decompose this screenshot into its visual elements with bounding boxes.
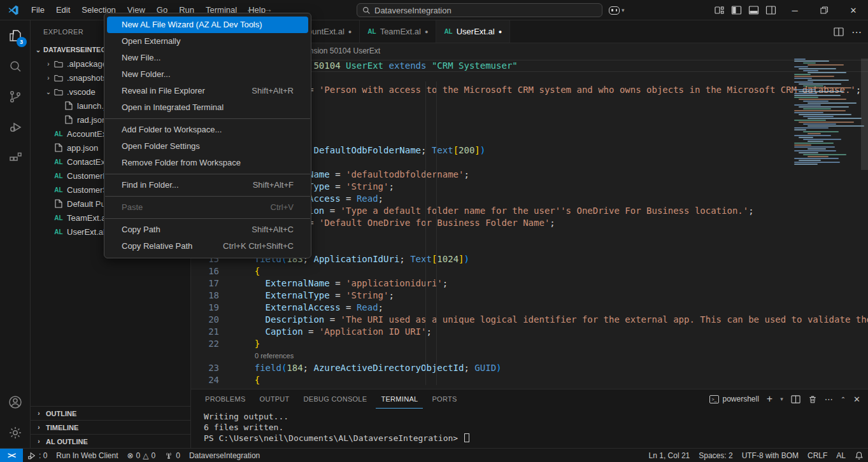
workspace-status[interactable]: DataverseIntegration — [185, 449, 264, 462]
menu-item-edit[interactable]: Edit — [50, 3, 76, 17]
editor-more-actions-icon[interactable]: ⋯ — [851, 26, 862, 38]
context-menu-item-new-folder[interactable]: New Folder... — [104, 66, 311, 83]
customize-layout-icon[interactable] — [715, 5, 725, 15]
panel-tab-terminal[interactable]: TERMINAL — [376, 389, 423, 409]
copilot-icon — [609, 6, 620, 15]
context-menu-item-new-file[interactable]: New File... — [104, 50, 311, 66]
terminal-shell-label[interactable]: >_ powershell — [709, 395, 758, 403]
context-menu-item-copy-relative-path[interactable]: Copy Relative PathCtrl+K Ctrl+Shift+C — [104, 238, 311, 255]
code-line[interactable]: 19 ExternalAccess = Read; — [191, 302, 868, 314]
account-icon[interactable] — [0, 387, 31, 417]
code-line[interactable]: 21 Caption = 'Application ID URI'; — [191, 326, 868, 338]
encoding-status[interactable]: UTF-8 with BOM — [737, 449, 803, 462]
modified-dot-icon[interactable]: ● — [425, 29, 428, 35]
file-icon — [64, 101, 74, 110]
remote-icon: >< — [8, 451, 15, 460]
modified-dot-icon[interactable]: ● — [348, 29, 352, 35]
folder-icon — [53, 88, 64, 96]
search-icon — [362, 6, 371, 15]
settings-gear-icon[interactable] — [0, 417, 31, 448]
toggle-panel-icon[interactable] — [748, 5, 759, 15]
copilot-menu[interactable]: ▾ — [609, 3, 625, 17]
code-line[interactable]: 22 } — [191, 338, 868, 350]
folder-icon — [53, 74, 64, 82]
sidebar-section-al-outline[interactable]: ›AL OUTLINE — [31, 434, 190, 448]
kill-terminal-trash-icon[interactable] — [808, 395, 817, 404]
sidebar-section-outline[interactable]: ›OUTLINE — [31, 406, 190, 420]
language-mode-status[interactable]: AL — [832, 449, 850, 462]
menu-item-label: Open Externally — [122, 33, 181, 50]
panel-tab-problems[interactable]: PROBLEMS — [200, 389, 251, 409]
codelens-references[interactable]: 0 references — [191, 350, 868, 362]
code-line[interactable]: 17 ExternalName = 'applicationiduri'; — [191, 277, 868, 290]
remote-indicator[interactable]: >< — [0, 449, 23, 462]
section-label: AL OUTLINE — [46, 438, 88, 445]
toggle-sidebar-icon[interactable] — [731, 5, 742, 15]
code-line[interactable]: 24 { — [191, 374, 868, 386]
terminal-dropdown-icon[interactable]: ▾ — [780, 396, 783, 402]
window-minimize-button[interactable]: ─ — [780, 0, 809, 20]
terminal-line: Writing output... — [204, 411, 868, 422]
error-icon: ⊗ — [127, 451, 134, 460]
context-menu-item-open-externally[interactable]: Open Externally — [104, 33, 311, 50]
close-panel-icon[interactable]: ✕ — [853, 395, 860, 404]
line-number: 22 — [191, 338, 219, 350]
split-editor-icon[interactable] — [834, 27, 844, 37]
editor-scrollbar[interactable] — [861, 59, 868, 170]
cursor-position-status[interactable]: Ln 1, Col 21 — [644, 449, 695, 462]
tree-item-label: UserExt.al — [67, 227, 105, 237]
menu-separator — [105, 174, 310, 174]
minimap[interactable] — [794, 59, 860, 389]
tab-userext-al[interactable]: ALUserExt.al● — [436, 20, 510, 43]
context-menu-item-paste: PasteCtrl+V — [104, 199, 311, 216]
broadcast-status[interactable]: 0 — [160, 449, 185, 462]
menu-separator — [105, 196, 310, 197]
context-menu-item-find-in-folder[interactable]: Find in Folder...Shift+Alt+F — [104, 177, 311, 193]
warning-icon: △ — [143, 451, 148, 460]
window-restore-button[interactable] — [809, 0, 839, 20]
code-line[interactable]: 18 ExternalType = 'String'; — [191, 290, 868, 302]
debug-bug-icon — [27, 451, 36, 460]
source-control-activity-icon[interactable] — [0, 81, 31, 112]
search-activity-icon[interactable] — [0, 51, 31, 81]
indentation-status[interactable]: Spaces: 2 — [694, 449, 737, 462]
panel-tab-debug-console[interactable]: DEBUG CONSOLE — [299, 389, 373, 409]
code-line[interactable]: 23 field(184; AzureActiveDirectoryObject… — [191, 362, 868, 374]
command-center-search[interactable]: DataverseIntegration — [357, 3, 602, 17]
split-terminal-icon[interactable] — [791, 395, 800, 404]
tab-teamext-al[interactable]: ALTeamExt.al● — [360, 20, 436, 43]
context-menu-item-add-folder-to-workspace[interactable]: Add Folder to Workspace... — [104, 122, 311, 138]
code-line[interactable]: 16 { — [191, 265, 868, 277]
run-debug-activity-icon[interactable] — [0, 112, 31, 143]
context-menu-item-open-folder-settings[interactable]: Open Folder Settings — [104, 138, 311, 155]
menu-item-file[interactable]: File — [25, 3, 50, 17]
line-number: 19 — [191, 302, 219, 314]
context-menu-item-open-in-integrated-terminal[interactable]: Open in Integrated Terminal — [104, 99, 311, 116]
menu-separator — [105, 218, 310, 219]
file-icon — [53, 199, 64, 208]
problems-status[interactable]: ⊗ 0 △ 0 — [123, 449, 160, 462]
context-menu-item-remove-folder-from-workspace[interactable]: Remove Folder from Workspace — [104, 155, 311, 171]
terminal-output[interactable]: Writing output...6 files written.PS C:\U… — [191, 409, 868, 444]
notifications-bell-icon[interactable] — [850, 449, 868, 462]
eol-status[interactable]: CRLF — [803, 449, 832, 462]
extensions-activity-icon[interactable] — [0, 143, 31, 173]
maximize-panel-icon[interactable]: ⌃ — [841, 396, 846, 403]
panel-tab-output[interactable]: OUTPUT — [255, 389, 295, 409]
new-terminal-icon[interactable]: + — [767, 393, 772, 405]
sidebar-section-timeline[interactable]: ›TIMELINE — [31, 420, 190, 434]
modified-dot-icon[interactable]: ● — [499, 29, 502, 35]
run-in-web-client-button[interactable]: Run In Web Client — [52, 449, 122, 462]
al-launch-status[interactable]: : 0 — [23, 449, 52, 462]
tab-label: UserExt.al — [457, 27, 495, 36]
code-line[interactable]: 20 Description = 'The URI used as a uniq… — [191, 314, 868, 326]
panel-tab-ports[interactable]: PORTS — [427, 389, 462, 409]
line-number: 16 — [191, 265, 219, 277]
window-close-button[interactable]: ✕ — [839, 0, 868, 20]
context-menu-item-reveal-in-file-explorer[interactable]: Reveal in File ExplorerShift+Alt+R — [104, 83, 311, 99]
panel-more-actions-icon[interactable]: ⋯ — [825, 395, 833, 404]
explorer-activity-icon[interactable]: 3 — [0, 20, 31, 51]
toggle-secondary-sidebar-icon[interactable] — [765, 5, 776, 15]
context-menu-item-copy-path[interactable]: Copy PathShift+Alt+C — [104, 221, 311, 238]
context-menu-item-new-al-file-wizard-az-al-dev-tools[interactable]: New AL File Wizard (AZ AL Dev Tools) — [107, 17, 308, 33]
